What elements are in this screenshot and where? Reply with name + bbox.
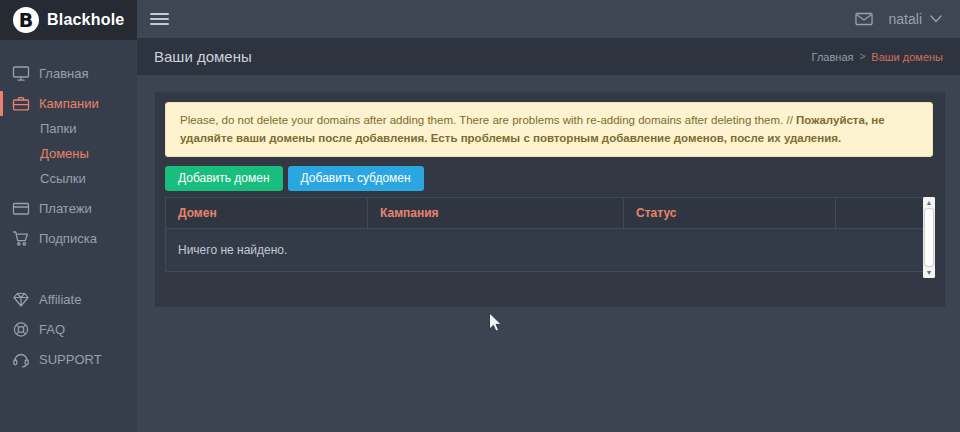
warning-alert: Please, do not delete your domains after…: [165, 102, 933, 157]
table-header-row: ДоменКампанияСтатус: [166, 198, 935, 229]
topbar: natali: [137, 0, 960, 38]
sidebar-item-ssylki[interactable]: Ссылки: [0, 166, 137, 191]
sidebar-item-label: Affiliate: [39, 292, 81, 307]
sidebar-item-platezhi[interactable]: Платежи: [0, 196, 137, 221]
breadcrumb: Главная > Ваши домены: [812, 51, 943, 63]
column-header-empty: [836, 198, 935, 229]
sidebar-item-label: FAQ: [39, 322, 65, 337]
mail-icon[interactable]: [855, 12, 873, 26]
headset-icon: [12, 351, 30, 368]
breadcrumb-separator: >: [859, 51, 865, 62]
life-ring-icon: [12, 321, 30, 338]
domains-panel: Please, do not delete your domains after…: [155, 92, 945, 307]
brand-name: Blackhole: [47, 11, 124, 29]
scrollbar-thumb[interactable]: [924, 208, 934, 267]
brand-logo-icon: B: [13, 7, 39, 33]
brand-logo[interactable]: B Blackhole: [0, 0, 137, 40]
add-domain-button[interactable]: Добавить домен: [165, 166, 283, 191]
user-name: natali: [889, 11, 922, 27]
page-title: Ваши домены: [154, 48, 252, 65]
add-subdomain-button[interactable]: Добавить субдомен: [288, 166, 424, 191]
breadcrumb-current[interactable]: Ваши домены: [871, 51, 943, 63]
actions-row: Добавить домен Добавить субдомен: [165, 166, 424, 191]
domains-table: ДоменКампанияСтатус Ничего не найдено.: [165, 197, 935, 272]
sidebar-item-label: Главная: [39, 66, 88, 81]
gem-icon: [12, 291, 30, 308]
sidebar-item-label: Подписка: [39, 231, 97, 246]
scrollbar-down-icon[interactable]: ▼: [923, 267, 935, 278]
sidebar-item-faq[interactable]: FAQ: [0, 317, 137, 342]
table-empty-message: Ничего не найдено.: [166, 229, 935, 272]
warning-text-en: Please, do not delete your domains after…: [180, 114, 796, 126]
hamburger-menu-icon[interactable]: [150, 10, 169, 28]
sidebar-item-kampanii[interactable]: Кампании: [0, 91, 137, 116]
monitor-icon: [12, 65, 30, 82]
sidebar-item-domeny[interactable]: Домены: [0, 141, 137, 166]
sidebar-item-label: Кампании: [39, 96, 99, 111]
mouse-cursor: [488, 312, 503, 337]
sidebar-item-glavnaya[interactable]: Главная: [0, 61, 137, 86]
table-empty-row: Ничего не найдено.: [166, 229, 935, 272]
column-header-Статус: Статус: [624, 198, 836, 229]
sidebar-item-support[interactable]: SUPPORT: [0, 347, 137, 372]
sidebar-item-papki[interactable]: Папки: [0, 116, 137, 141]
column-header-Кампания: Кампания: [368, 198, 624, 229]
scrollbar-up-icon[interactable]: ▲: [923, 197, 935, 208]
user-menu[interactable]: natali: [889, 11, 942, 27]
column-header-Домен: Домен: [166, 198, 368, 229]
sidebar-item-label: Папки: [40, 121, 77, 136]
sidebar-item-label: Ссылки: [40, 171, 86, 186]
breadcrumb-home[interactable]: Главная: [812, 51, 854, 63]
table-scrollbar[interactable]: ▲ ▼: [923, 197, 935, 278]
sidebar-item-label: Платежи: [39, 201, 92, 216]
topbar-right: natali: [855, 11, 942, 27]
sidebar-item-podpiska[interactable]: Подписка: [0, 226, 137, 251]
sidebar-item-label: Домены: [40, 146, 89, 161]
credit-card-icon: [12, 200, 30, 217]
sidebar-item-label: SUPPORT: [39, 352, 102, 367]
chevron-down-icon: [930, 15, 942, 23]
briefcase-icon: [12, 95, 30, 112]
cart-icon: [12, 230, 30, 247]
sidebar-item-affiliate[interactable]: Affiliate: [0, 287, 137, 312]
page-header: Ваши домены Главная > Ваши домены: [137, 38, 960, 75]
sidebar-nav: ГлавнаяКампанииПапкиДоменыСсылкиПлатежиП…: [0, 40, 137, 432]
